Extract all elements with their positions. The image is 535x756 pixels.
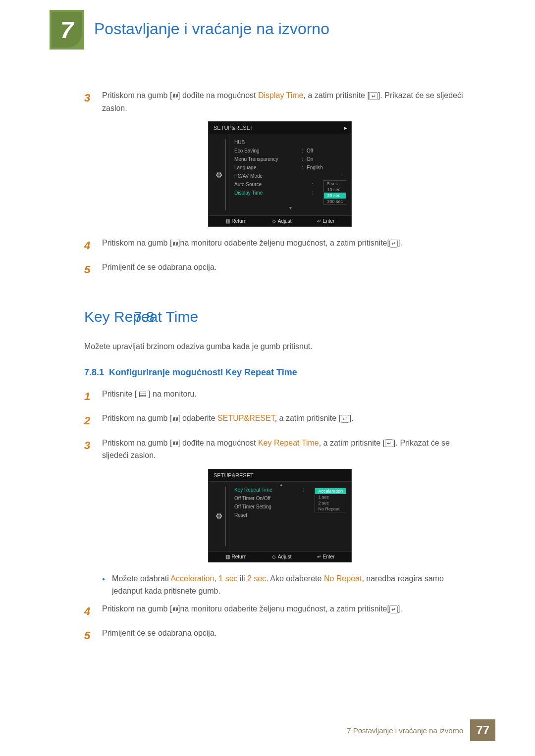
step-number: 2 [84, 412, 94, 429]
text: Pritiskom na gumb [ [102, 605, 172, 613]
osd-row: Auto Source: [229, 180, 321, 189]
step-text: Pritiskom na gumb [∧∨]na monitoru odaber… [102, 237, 402, 254]
osd-list: HUB Eco Saving:Off Menu Transparency:On … [229, 134, 351, 215]
text: , a zatim pritisnite [ [275, 414, 341, 422]
footer-text: 7 Postavljanje i vraćanje na izvorno [347, 726, 463, 735]
highlight-key-repeat: Key Repeat Time [258, 439, 319, 447]
text: ] odaberite [178, 414, 217, 422]
osd-down-arrow: ▾ [229, 205, 351, 211]
osd-option: 1 sec [315, 494, 346, 500]
osd-footer: ▥Return ◇Adjust ↵Enter [209, 551, 351, 562]
step-5: 5 Primijenit će se odabrana opcija. [84, 627, 476, 644]
text: ]na monitoru odaberite željenu mogućnost… [178, 239, 389, 247]
osd-title: SETUP&RESET▴ [209, 469, 351, 482]
enter-glyph-icon: ↵ [317, 218, 321, 224]
osd-side: ⚙ [209, 482, 229, 551]
bullet-text: Možete odabrati Acceleration, 1 sec ili … [112, 572, 476, 598]
step-number: 5 [84, 261, 94, 278]
step-text: Pritiskom na gumb [∧∨] dođite na mogućno… [102, 437, 476, 462]
osd-body: ⚙ HUB Eco Saving:Off Menu Transparency:O… [209, 134, 351, 215]
osd-side-line [225, 139, 226, 210]
menu-glyph-icon: ▥ [225, 554, 230, 559]
osd-row: Language:English [229, 163, 351, 172]
step-text: Primijenit će se odabrana opcija. [102, 627, 216, 644]
menu-icon [139, 392, 146, 397]
osd-row-selected: Key Repeat Time: [229, 486, 313, 494]
chapter-badge-inner: 7 [52, 12, 82, 48]
osd-screenshot-1: SETUP&RESET ⚙ HUB Eco Saving:Off Menu Tr… [208, 121, 352, 227]
step-3: 3 Pritiskom na gumb [∧∨] dođite na moguć… [84, 437, 476, 462]
step-number: 5 [84, 627, 94, 644]
step-4-top: 4 Pritiskom na gumb [∧∨]na monitoru odab… [84, 237, 476, 254]
chapter-badge: 7 [50, 10, 84, 50]
text: Pritisnite [ [102, 390, 139, 398]
gear-icon: ⚙ [215, 511, 222, 521]
up-down-icon: ∧∨ [172, 438, 178, 449]
chapter-title: Postavljanje i vraćanje na izvorno [94, 20, 329, 38]
osd-side-line [225, 487, 226, 546]
osd-option: 10 sec [324, 187, 346, 193]
subsection-heading: 7.8.1 Konfiguriranje mogućnosti Key Repe… [84, 367, 476, 378]
text: , a zatim pritisnite [ [304, 91, 370, 100]
text: ili [238, 574, 248, 583]
text: ] dođite na mogućnost [178, 439, 258, 447]
osd-footer: ▥Return ◇Adjust ↵Enter [209, 215, 351, 226]
step-4: 4 Pritiskom na gumb [∧∨]na monitoru odab… [84, 603, 476, 620]
section-heading: 7.8 Key Repeat Time [84, 308, 476, 325]
diamond-icon: ◇ [272, 554, 276, 559]
osd-side: ⚙ [209, 134, 229, 215]
enter-icon: ↵ [389, 605, 398, 613]
page-footer: 7 Postavljanje i vraćanje na izvorno 77 [347, 719, 495, 741]
osd-list: Key Repeat Time: Off Timer On/Off Off Ti… [229, 482, 351, 551]
step-text: Primijenit će se odabrana opcija. [102, 261, 216, 278]
diamond-icon: ◇ [272, 218, 276, 224]
enter-icon: ↵ [389, 240, 398, 248]
osd-footer-enter: ↵Enter [317, 554, 335, 559]
osd-body: ⚙ Key Repeat Time: Off Timer On/Off Off … [209, 482, 351, 551]
enter-icon: ↵ [385, 439, 393, 447]
subsection-number: 7.8.1 [84, 367, 104, 377]
step-number: 4 [84, 603, 94, 620]
menu-glyph-icon: ▥ [225, 218, 230, 224]
osd-options-popup: Acceleration 1 sec 2 sec No Repeat [315, 488, 346, 512]
osd-options-popup: 5 sec 10 sec 20 sec 200 sec [323, 180, 346, 205]
gear-icon: ⚙ [215, 170, 222, 180]
footer-page-number: 77 [470, 719, 495, 741]
step-text: Pritiskom na gumb [∧∨]na monitoru odaber… [102, 603, 402, 620]
osd-footer-return: ▥Return [225, 554, 247, 559]
step-5-top: 5 Primijenit će se odabrana opcija. [84, 261, 476, 278]
step-number: 4 [84, 237, 94, 254]
text: ] dođite na mogućnost [178, 91, 258, 100]
osd-option: 2 sec [315, 500, 346, 506]
osd-row: HUB [229, 138, 351, 147]
enter-icon: ↵ [341, 415, 349, 423]
text: ]. [349, 414, 354, 422]
osd-row: Off Timer On/Off [229, 494, 313, 503]
osd-row: PC/AV Mode: [229, 172, 351, 180]
text: . Ako odaberete [266, 574, 324, 583]
up-down-icon: ∧∨ [172, 604, 178, 614]
up-down-icon: ∧∨ [172, 91, 178, 101]
step-3-top: 3 Pritiskom na gumb [∧∨] dođite na moguć… [84, 89, 476, 114]
enter-glyph-icon: ↵ [317, 554, 321, 559]
chapter-number: 7 [60, 16, 74, 44]
osd-option: 200 sec [324, 199, 346, 204]
osd-row: Reset [229, 511, 313, 519]
text: Pritiskom na gumb [ [102, 91, 172, 100]
text: Pritiskom na gumb [ [102, 239, 172, 247]
section-number: 7.8 [134, 308, 155, 325]
step-text: Pritiskom na gumb [∧∨] odaberite SETUP&R… [102, 412, 354, 429]
highlight-2sec: 2 sec [247, 574, 266, 583]
step-number: 3 [84, 437, 94, 462]
osd-footer-enter: ↵Enter [317, 218, 335, 224]
osd-row-selected: Display Time: [229, 189, 321, 197]
osd-row: Off Timer Setting [229, 503, 313, 511]
highlight-display-time: Display Time [258, 91, 304, 100]
bullet-icon: ● [102, 575, 105, 598]
text: , [214, 574, 218, 583]
subsection-title: Konfiguriranje mogućnosti Key Repeat Tim… [109, 367, 297, 377]
text: Pritiskom na gumb [ [102, 414, 172, 422]
osd-screenshot-2: SETUP&RESET▴ ⚙ Key Repeat Time: Off Time… [208, 469, 352, 562]
up-down-icon: ∧∨ [172, 239, 178, 249]
osd-footer-return: ▥Return [225, 218, 247, 224]
